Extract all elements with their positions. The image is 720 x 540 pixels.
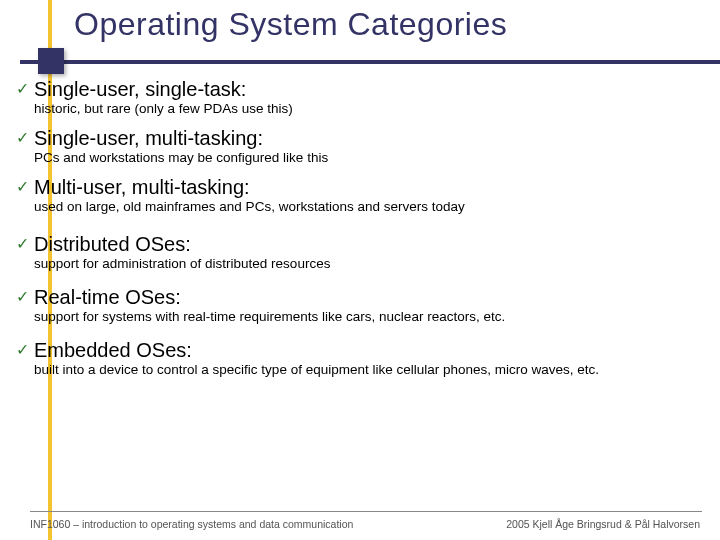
bullet-label: Real-time OSes: <box>34 286 181 308</box>
bullet-item: ✓Real-time OSes:support for systems with… <box>16 286 700 325</box>
checkmark-icon: ✓ <box>16 127 34 149</box>
checkmark-icon: ✓ <box>16 286 34 308</box>
bullet-label: Single-user, single-task: <box>34 78 246 100</box>
slide: Operating System Categories ✓Single-user… <box>0 0 720 540</box>
checkmark-icon: ✓ <box>16 78 34 100</box>
footer-divider <box>30 511 702 512</box>
bullet-row: ✓Single-user, single-task: <box>16 78 700 100</box>
bullet-item: ✓Single-user, multi-tasking:PCs and work… <box>16 127 700 166</box>
bullet-row: ✓Embedded OSes: <box>16 339 700 361</box>
bullet-label: Embedded OSes: <box>34 339 192 361</box>
checkmark-icon: ✓ <box>16 339 34 361</box>
bullet-row: ✓Distributed OSes: <box>16 233 700 255</box>
bullet-description: support for administration of distribute… <box>34 256 700 272</box>
checkmark-icon: ✓ <box>16 176 34 198</box>
bullet-description: built into a device to control a specifi… <box>34 362 700 378</box>
footer: INF1060 – introduction to operating syst… <box>30 518 700 530</box>
footer-right: 2005 Kjell Åge Bringsrud & Pål Halvorsen <box>506 518 700 530</box>
bullet-label: Multi-user, multi-tasking: <box>34 176 250 198</box>
bullet-description: historic, but rare (only a few PDAs use … <box>34 101 700 117</box>
bullet-row: ✓Single-user, multi-tasking: <box>16 127 700 149</box>
footer-left: INF1060 – introduction to operating syst… <box>30 518 353 530</box>
corner-square <box>38 48 64 74</box>
bullet-row: ✓Multi-user, multi-tasking: <box>16 176 700 198</box>
bullet-label: Single-user, multi-tasking: <box>34 127 263 149</box>
bullet-item: ✓Single-user, single-task:historic, but … <box>16 78 700 117</box>
bullet-description: used on large, old mainframes and PCs, w… <box>34 199 700 215</box>
bullet-item: ✓Multi-user, multi-tasking:used on large… <box>16 176 700 215</box>
bullet-description: PCs and workstations may be configured l… <box>34 150 700 166</box>
content-area: ✓Single-user, single-task:historic, but … <box>16 78 700 388</box>
bullet-item: ✓Distributed OSes:support for administra… <box>16 233 700 272</box>
horizontal-accent-bar <box>20 60 720 64</box>
bullet-item: ✓Embedded OSes:built into a device to co… <box>16 339 700 378</box>
checkmark-icon: ✓ <box>16 233 34 255</box>
bullet-row: ✓Real-time OSes: <box>16 286 700 308</box>
slide-title: Operating System Categories <box>74 6 507 43</box>
bullet-label: Distributed OSes: <box>34 233 191 255</box>
bullet-description: support for systems with real-time requi… <box>34 309 700 325</box>
